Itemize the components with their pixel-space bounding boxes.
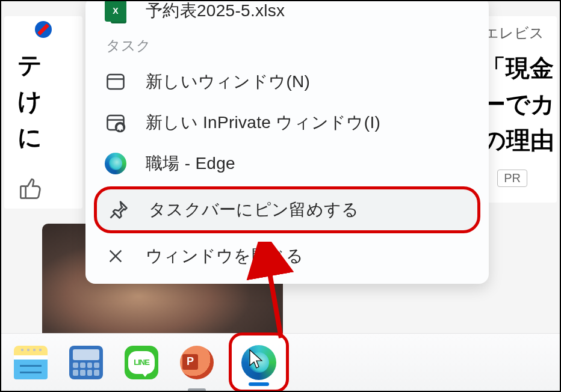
taskbar: LINE <box>1 333 560 391</box>
inprivate-icon <box>105 112 126 133</box>
thumbs-up-icon[interactable] <box>19 176 43 200</box>
close-icon <box>106 247 125 266</box>
notepad-icon <box>14 346 48 379</box>
close-window-label: ウィンドウを閉じる <box>146 245 304 268</box>
new-window-label: 新しいウィンドウ(N) <box>146 70 310 93</box>
excel-icon: X <box>105 0 126 22</box>
tasks-section-label: タスク <box>85 25 489 61</box>
close-window-item[interactable]: ウィンドウを閉じる <box>85 236 489 277</box>
edge-icon <box>105 153 126 174</box>
inprivate-window-item[interactable]: 新しい InPrivate ウィンドウ(I) <box>85 102 489 143</box>
headline-fragment-left: テけに <box>4 41 82 155</box>
recent-file-label: 予約表2025-5.xlsx <box>146 0 285 22</box>
edge-profile-item[interactable]: 職場 - Edge <box>85 143 489 184</box>
taskbar-context-menu: X 予約表2025-5.xlsx タスク 新しいウィンドウ(N) 新しい InP… <box>85 0 489 284</box>
svg-rect-1 <box>108 75 124 89</box>
svg-line-6 <box>111 213 116 218</box>
headline-fragment-right: 「現金ーでカの理由 <box>482 43 557 158</box>
pin-icon <box>108 199 129 221</box>
window-icon <box>105 71 126 93</box>
taskbar-calculator[interactable] <box>63 339 110 386</box>
source-label-right: エレビス <box>482 16 557 43</box>
source-logo-icon <box>32 18 55 41</box>
pin-to-taskbar-item[interactable]: タスクバーにピン留めする <box>94 186 480 233</box>
cursor-icon <box>249 349 263 369</box>
calculator-icon <box>69 346 103 379</box>
taskbar-line[interactable]: LINE <box>118 339 165 386</box>
taskbar-edge-highlighted[interactable] <box>229 332 289 393</box>
taskbar-notepad[interactable] <box>7 339 54 386</box>
recent-file-item[interactable]: X 予約表2025-5.xlsx <box>85 0 489 25</box>
edge-profile-label: 職場 - Edge <box>146 152 235 175</box>
taskbar-powerpoint[interactable] <box>173 339 220 386</box>
pin-to-taskbar-label: タスクバーにピン留めする <box>149 198 359 221</box>
news-card-left: テけに <box>4 16 82 209</box>
inprivate-window-label: 新しい InPrivate ウィンドウ(I) <box>146 111 380 134</box>
new-window-item[interactable]: 新しいウィンドウ(N) <box>85 61 489 102</box>
powerpoint-icon <box>180 346 214 379</box>
pr-badge: PR <box>497 170 527 187</box>
line-icon: LINE <box>125 346 158 379</box>
svg-rect-0 <box>20 186 25 198</box>
